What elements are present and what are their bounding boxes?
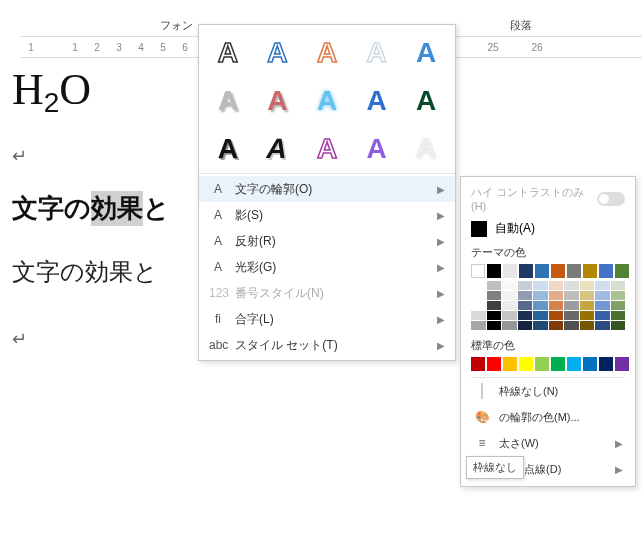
color-swatch[interactable]	[599, 357, 613, 371]
color-swatch[interactable]	[580, 291, 595, 300]
text-effect-preset[interactable]: A	[304, 79, 350, 123]
color-swatch[interactable]	[580, 301, 595, 310]
color-swatch[interactable]	[471, 321, 486, 330]
color-swatch[interactable]	[564, 281, 579, 290]
color-swatch[interactable]	[611, 281, 626, 290]
text-effect-preset[interactable]: A	[403, 31, 449, 75]
menu-item-影(S)[interactable]: A影(S)▶	[199, 202, 455, 228]
color-swatch[interactable]	[471, 311, 486, 320]
color-swatch[interactable]	[611, 301, 626, 310]
outline-option-palette[interactable]: 🎨の輪郭の色(M)...	[471, 404, 625, 430]
text-effects-dropdown[interactable]: AAAAAAAAAAAAAAA A文字の輪郭(O)▶A影(S)▶A反射(R)▶A…	[198, 24, 456, 361]
color-swatch[interactable]	[533, 291, 548, 300]
color-swatch[interactable]	[564, 311, 579, 320]
color-swatch[interactable]	[533, 321, 548, 330]
outline-option-weight[interactable]: ≡太さ(W)▶	[471, 430, 625, 456]
text-effect-preset[interactable]: A	[205, 31, 251, 75]
color-swatch[interactable]	[503, 264, 517, 278]
color-swatch[interactable]	[567, 264, 581, 278]
text-effect-preset[interactable]: A	[403, 127, 449, 171]
color-swatch[interactable]	[518, 281, 533, 290]
color-swatch[interactable]	[595, 321, 610, 330]
text-effect-preset[interactable]: A	[255, 127, 301, 171]
color-swatch[interactable]	[595, 291, 610, 300]
color-swatch[interactable]	[611, 291, 626, 300]
menu-item-文字の輪郭(O)[interactable]: A文字の輪郭(O)▶	[199, 176, 455, 202]
color-swatch[interactable]	[615, 264, 629, 278]
color-swatch[interactable]	[471, 264, 485, 278]
color-swatch[interactable]	[533, 281, 548, 290]
color-swatch[interactable]	[487, 291, 502, 300]
color-swatch[interactable]	[551, 357, 565, 371]
color-swatch[interactable]	[471, 357, 485, 371]
color-swatch[interactable]	[518, 311, 533, 320]
option-label: 太さ(W)	[499, 436, 607, 451]
color-swatch[interactable]	[549, 321, 564, 330]
color-swatch[interactable]	[595, 311, 610, 320]
color-swatch[interactable]	[564, 291, 579, 300]
color-swatch[interactable]	[551, 264, 565, 278]
auto-color-option[interactable]: 自動(A)	[471, 220, 625, 237]
color-swatch[interactable]	[535, 264, 549, 278]
color-swatch[interactable]	[549, 291, 564, 300]
color-swatch[interactable]	[535, 357, 549, 371]
color-swatch[interactable]	[502, 311, 517, 320]
color-swatch[interactable]	[519, 264, 533, 278]
color-swatch[interactable]	[518, 291, 533, 300]
color-swatch[interactable]	[487, 311, 502, 320]
text-effect-preset[interactable]: A	[354, 31, 400, 75]
menu-item-スタイル セット(T)[interactable]: abcスタイル セット(T)▶	[199, 332, 455, 358]
color-swatch[interactable]	[502, 281, 517, 290]
text-effect-presets: AAAAAAAAAAAAAAA	[199, 25, 455, 173]
text-effect-preset[interactable]: A	[403, 79, 449, 123]
color-swatch[interactable]	[580, 311, 595, 320]
color-swatch[interactable]	[502, 301, 517, 310]
color-swatch[interactable]	[518, 321, 533, 330]
color-swatch[interactable]	[502, 321, 517, 330]
text-effect-preset[interactable]: A	[205, 79, 251, 123]
color-swatch[interactable]	[580, 281, 595, 290]
text-effect-preset[interactable]: A	[304, 31, 350, 75]
color-swatch[interactable]	[533, 301, 548, 310]
text-effect-preset[interactable]: A	[354, 79, 400, 123]
color-swatch[interactable]	[503, 357, 517, 371]
color-swatch[interactable]	[533, 311, 548, 320]
menu-item-反射(R)[interactable]: A反射(R)▶	[199, 228, 455, 254]
color-swatch[interactable]	[583, 357, 597, 371]
high-contrast-toggle[interactable]	[597, 192, 625, 206]
outline-color-submenu[interactable]: ハイ コントラストのみ(H) 自動(A) テーマの色 標準の色 枠線なし(N)🎨…	[460, 176, 636, 487]
text-effect-preset[interactable]: A	[304, 127, 350, 171]
color-swatch[interactable]	[519, 357, 533, 371]
color-swatch[interactable]	[564, 321, 579, 330]
color-swatch[interactable]	[599, 264, 613, 278]
color-swatch[interactable]	[611, 311, 626, 320]
color-swatch[interactable]	[549, 311, 564, 320]
color-swatch[interactable]	[471, 301, 486, 310]
color-swatch[interactable]	[580, 321, 595, 330]
color-swatch[interactable]	[595, 281, 610, 290]
text-effect-preset[interactable]: A	[255, 31, 301, 75]
menu-item-合字(L)[interactable]: fi合字(L)▶	[199, 306, 455, 332]
color-swatch[interactable]	[549, 301, 564, 310]
color-swatch[interactable]	[595, 301, 610, 310]
color-swatch[interactable]	[549, 281, 564, 290]
color-swatch[interactable]	[487, 301, 502, 310]
color-swatch[interactable]	[564, 301, 579, 310]
color-swatch[interactable]	[583, 264, 597, 278]
menu-item-光彩(G)[interactable]: A光彩(G)▶	[199, 254, 455, 280]
color-swatch[interactable]	[518, 301, 533, 310]
outline-option-no-outline[interactable]: 枠線なし(N)	[471, 378, 625, 404]
color-swatch[interactable]	[502, 291, 517, 300]
color-swatch[interactable]	[487, 281, 502, 290]
color-swatch[interactable]	[471, 291, 486, 300]
text-effect-preset[interactable]: A	[354, 127, 400, 171]
color-swatch[interactable]	[487, 357, 501, 371]
color-swatch[interactable]	[611, 321, 626, 330]
color-swatch[interactable]	[487, 264, 501, 278]
color-swatch[interactable]	[567, 357, 581, 371]
text-effect-preset[interactable]: A	[205, 127, 251, 171]
color-swatch[interactable]	[615, 357, 629, 371]
text-effect-preset[interactable]: A	[255, 79, 301, 123]
color-swatch[interactable]	[471, 281, 486, 290]
color-swatch[interactable]	[487, 321, 502, 330]
